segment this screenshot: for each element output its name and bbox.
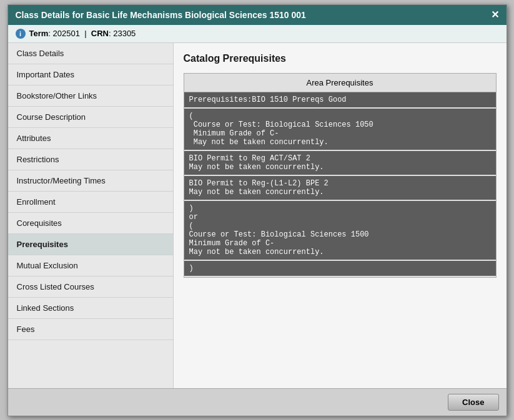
table-row: )or( Course or Test: Biological Sciences… bbox=[184, 201, 496, 261]
table-row: BIO Permit to Reg ACT/SAT 2 May not be t… bbox=[184, 151, 496, 176]
prereq-block-3: BIO Permit to Reg-(L1-L2) BPE 2 May not … bbox=[184, 176, 496, 201]
term-label: Term: 202501 | CRN: 23305 bbox=[29, 29, 136, 38]
sidebar-item-cross-listed-courses[interactable]: Cross Listed Courses bbox=[8, 276, 173, 298]
prereq-block-4: )or( Course or Test: Biological Sciences… bbox=[184, 201, 496, 261]
footer-bar: Close bbox=[8, 388, 507, 416]
sidebar-item-course-description[interactable]: Course Description bbox=[8, 107, 173, 128]
table-row: ) bbox=[184, 261, 496, 278]
sidebar-item-bookstore-other-links[interactable]: Bookstore/Other Links bbox=[8, 85, 173, 107]
section-title: Catalog Prerequisites bbox=[184, 53, 497, 64]
prereq-header-row: Prerequisites:BIO 1510 Prereqs Good bbox=[184, 92, 496, 109]
modal-title: Class Details for Basic Life Mechanisms … bbox=[16, 10, 306, 20]
sidebar-item-attributes[interactable]: Attributes bbox=[8, 128, 173, 149]
prereq-block-1: ( Course or Test: Biological Sciences 10… bbox=[184, 109, 496, 151]
info-bar: i Term: 202501 | CRN: 23305 bbox=[8, 25, 507, 43]
crn-value: 23305 bbox=[113, 29, 136, 38]
sidebar-item-enrollment[interactable]: Enrollment bbox=[8, 192, 173, 213]
info-icon: i bbox=[16, 29, 26, 39]
sidebar-item-important-dates[interactable]: Important Dates bbox=[8, 64, 173, 85]
sidebar-item-class-details[interactable]: Class Details bbox=[8, 43, 173, 64]
sidebar: Class Details Important Dates Bookstore/… bbox=[8, 43, 174, 388]
table-row: Prerequisites:BIO 1510 Prereqs Good bbox=[184, 92, 496, 109]
prereq-block-5: ) bbox=[184, 261, 496, 277]
modal-window: Class Details for Basic Life Mechanisms … bbox=[7, 4, 507, 416]
sidebar-item-fees[interactable]: Fees bbox=[8, 319, 173, 340]
sidebar-item-prerequisites[interactable]: Prerequisites bbox=[8, 234, 173, 255]
sidebar-item-mutual-exclusion[interactable]: Mutual Exclusion bbox=[8, 255, 173, 276]
title-bar: Class Details for Basic Life Mechanisms … bbox=[8, 5, 507, 25]
prerequisites-table: Area Prerequisites Prerequisites:BIO 151… bbox=[184, 73, 497, 278]
content-area: Class Details Important Dates Bookstore/… bbox=[8, 43, 507, 388]
prereq-block-2: BIO Permit to Reg ACT/SAT 2 May not be t… bbox=[184, 151, 496, 176]
sidebar-item-linked-sections[interactable]: Linked Sections bbox=[8, 298, 173, 319]
close-button[interactable]: Close bbox=[448, 394, 498, 411]
area-prereq-header: Area Prerequisites bbox=[184, 73, 496, 92]
term-value: 202501 bbox=[53, 29, 80, 38]
sidebar-item-instructor-meeting-times[interactable]: Instructor/Meeting Times bbox=[8, 170, 173, 192]
sidebar-item-corequisites[interactable]: Corequisites bbox=[8, 213, 173, 234]
table-row: BIO Permit to Reg-(L1-L2) BPE 2 May not … bbox=[184, 176, 496, 201]
sidebar-item-restrictions[interactable]: Restrictions bbox=[8, 149, 173, 170]
table-row: ( Course or Test: Biological Sciences 10… bbox=[184, 109, 496, 151]
title-bar-close-button[interactable]: ✕ bbox=[491, 10, 499, 20]
main-content: Catalog Prerequisites Area Prerequisites… bbox=[174, 43, 507, 388]
